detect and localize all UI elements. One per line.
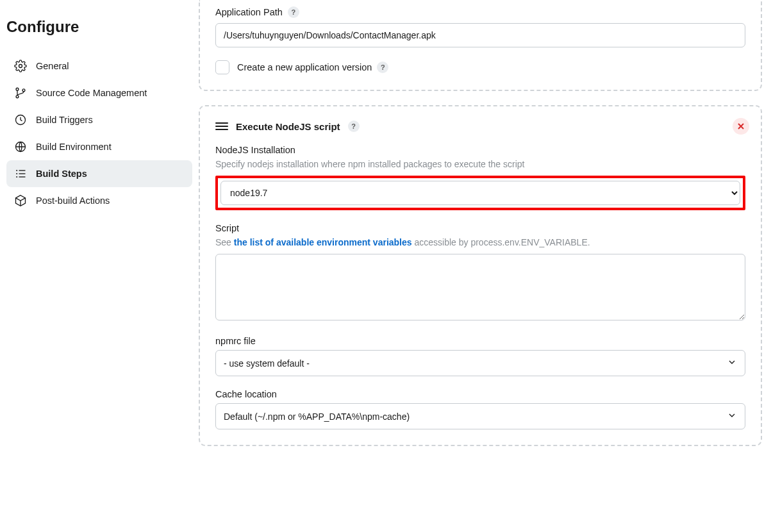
sidebar-item-environment[interactable]: Build Environment (6, 133, 192, 160)
nodejs-install-label: NodeJS Installation (215, 145, 745, 155)
env-vars-link[interactable]: the list of available environment variab… (234, 237, 412, 247)
svg-point-7 (16, 173, 17, 174)
create-version-row: Create a new application version ? (215, 60, 745, 74)
close-button[interactable] (733, 118, 749, 135)
app-path-label: Application Path (215, 7, 283, 17)
npmrc-select-value: - use system default - (224, 358, 310, 369)
help-icon[interactable]: ? (288, 6, 299, 18)
drag-handle-icon[interactable] (215, 122, 228, 130)
sidebar-item-label: Build Steps (36, 169, 87, 179)
help-icon[interactable]: ? (348, 121, 360, 132)
svg-point-6 (16, 170, 17, 171)
panel-title: Execute NodeJS script (236, 121, 340, 132)
branch-icon (14, 87, 27, 99)
cache-label: Cache location (215, 389, 745, 399)
app-path-panel: Application Path ? Create a new applicat… (199, 0, 762, 91)
globe-icon (14, 140, 27, 153)
sidebar-nav: General Source Code Management Build Tri… (6, 53, 199, 214)
svg-point-0 (19, 65, 22, 68)
chevron-down-icon (727, 410, 737, 422)
cache-select[interactable]: Default (~/.npm or %APP_DATA%\npm-cache) (215, 403, 745, 429)
sidebar-item-build-steps[interactable]: Build Steps (6, 160, 192, 187)
svg-point-3 (22, 89, 25, 92)
sidebar: Configure General Source Code Management… (0, 0, 199, 460)
sidebar-item-label: Build Triggers (36, 115, 93, 125)
panel-header: Execute NodeJS script ? (215, 106, 745, 132)
script-hint-prefix: See (215, 237, 234, 247)
clock-icon (14, 113, 27, 126)
create-version-label: Create a new application version (237, 62, 372, 72)
package-icon (14, 194, 27, 207)
script-hint-suffix: accessible by process.env.ENV_VARIABLE. (412, 237, 590, 247)
sidebar-item-postbuild[interactable]: Post-build Actions (6, 187, 192, 214)
main-content: Application Path ? Create a new applicat… (199, 0, 780, 460)
npmrc-label: npmrc file (215, 336, 745, 346)
app-path-label-row: Application Path ? (215, 6, 745, 18)
sidebar-item-label: General (36, 61, 69, 71)
sidebar-item-label: Build Environment (36, 142, 112, 152)
chevron-down-icon (727, 357, 737, 369)
app-path-input[interactable] (215, 23, 745, 47)
nodejs-install-hint: Specify nodejs installation where npm in… (215, 159, 745, 169)
steps-icon (14, 167, 27, 180)
nodejs-install-select[interactable]: node19.7 (220, 181, 740, 205)
create-version-label-row: Create a new application version ? (237, 62, 388, 73)
nodejs-install-highlight: node19.7 (215, 176, 745, 210)
script-hint: See the list of available environment va… (215, 237, 745, 247)
script-textarea[interactable] (215, 254, 745, 320)
svg-point-2 (16, 96, 19, 98)
cache-select-value: Default (~/.npm or %APP_DATA%\npm-cache) (224, 411, 410, 422)
script-label: Script (215, 223, 745, 233)
sidebar-item-general[interactable]: General (6, 53, 192, 79)
page-title: Configure (6, 18, 199, 36)
gear-icon (14, 60, 27, 72)
create-version-checkbox[interactable] (215, 60, 229, 74)
sidebar-item-label: Source Code Management (36, 88, 147, 98)
npmrc-select[interactable]: - use system default - (215, 350, 745, 376)
nodejs-panel: Execute NodeJS script ? NodeJS Installat… (199, 105, 762, 446)
svg-point-1 (16, 88, 19, 90)
close-icon (737, 122, 745, 130)
help-icon[interactable]: ? (377, 62, 388, 73)
svg-point-8 (16, 176, 17, 178)
sidebar-item-scm[interactable]: Source Code Management (6, 79, 192, 106)
sidebar-item-label: Post-build Actions (36, 195, 110, 206)
sidebar-item-triggers[interactable]: Build Triggers (6, 106, 192, 133)
